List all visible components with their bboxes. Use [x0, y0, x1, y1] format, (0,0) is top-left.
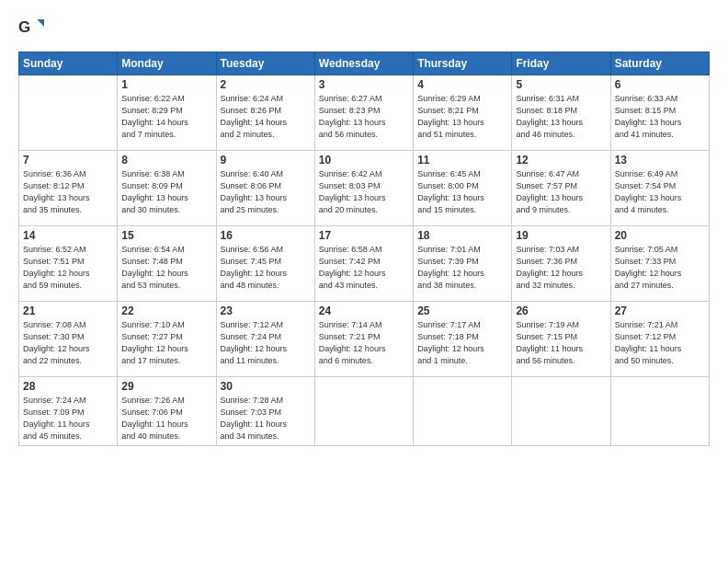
- col-header-wednesday: Wednesday: [314, 52, 413, 75]
- day-number: 2: [221, 78, 311, 91]
- calendar-cell: [414, 377, 512, 446]
- day-info: Sunrise: 7:21 AM Sunset: 7:12 PM Dayligh…: [615, 319, 705, 367]
- day-info: Sunrise: 6:58 AM Sunset: 7:42 PM Dayligh…: [319, 244, 409, 292]
- calendar-cell: [610, 377, 709, 446]
- col-header-tuesday: Tuesday: [216, 52, 314, 75]
- calendar-cell: 18Sunrise: 7:01 AM Sunset: 7:39 PM Dayli…: [414, 226, 512, 302]
- week-row-3: 14Sunrise: 6:52 AM Sunset: 7:51 PM Dayli…: [19, 226, 710, 302]
- day-info: Sunrise: 6:56 AM Sunset: 7:45 PM Dayligh…: [221, 244, 311, 292]
- day-info: Sunrise: 7:26 AM Sunset: 7:06 PM Dayligh…: [121, 395, 211, 442]
- week-row-4: 21Sunrise: 7:08 AM Sunset: 7:30 PM Dayli…: [19, 302, 710, 377]
- day-number: 26: [516, 304, 606, 317]
- day-info: Sunrise: 6:54 AM Sunset: 7:48 PM Dayligh…: [121, 244, 211, 292]
- day-info: Sunrise: 6:24 AM Sunset: 8:26 PM Dayligh…: [221, 93, 311, 141]
- day-number: 20: [615, 229, 705, 242]
- day-info: Sunrise: 6:40 AM Sunset: 8:06 PM Dayligh…: [221, 168, 311, 216]
- day-number: 14: [23, 229, 113, 242]
- calendar-cell: 16Sunrise: 6:56 AM Sunset: 7:45 PM Dayli…: [216, 226, 314, 302]
- calendar-cell: 17Sunrise: 6:58 AM Sunset: 7:42 PM Dayli…: [314, 226, 413, 302]
- day-info: Sunrise: 7:17 AM Sunset: 7:18 PM Dayligh…: [417, 319, 507, 367]
- day-info: Sunrise: 7:14 AM Sunset: 7:21 PM Dayligh…: [319, 319, 409, 367]
- day-info: Sunrise: 7:24 AM Sunset: 7:09 PM Dayligh…: [23, 395, 113, 442]
- day-number: 21: [23, 304, 113, 317]
- svg-text:G: G: [18, 18, 30, 36]
- page-header: G: [18, 17, 710, 42]
- calendar-cell: 27Sunrise: 7:21 AM Sunset: 7:12 PM Dayli…: [610, 302, 709, 377]
- col-header-friday: Friday: [512, 52, 610, 75]
- calendar-cell: 5Sunrise: 6:31 AM Sunset: 8:18 PM Daylig…: [512, 75, 610, 151]
- logo: G: [18, 17, 48, 42]
- day-info: Sunrise: 7:12 AM Sunset: 7:24 PM Dayligh…: [221, 319, 311, 367]
- calendar-cell: 14Sunrise: 6:52 AM Sunset: 7:51 PM Dayli…: [19, 226, 118, 302]
- day-info: Sunrise: 7:28 AM Sunset: 7:03 PM Dayligh…: [221, 395, 311, 442]
- day-info: Sunrise: 6:49 AM Sunset: 7:54 PM Dayligh…: [615, 168, 705, 216]
- calendar-cell: 24Sunrise: 7:14 AM Sunset: 7:21 PM Dayli…: [314, 302, 413, 377]
- calendar-header-row: SundayMondayTuesdayWednesdayThursdayFrid…: [19, 52, 710, 75]
- day-info: Sunrise: 7:08 AM Sunset: 7:30 PM Dayligh…: [23, 319, 113, 367]
- col-header-saturday: Saturday: [610, 52, 709, 75]
- calendar-cell: 19Sunrise: 7:03 AM Sunset: 7:36 PM Dayli…: [512, 226, 610, 302]
- calendar-cell: 29Sunrise: 7:26 AM Sunset: 7:06 PM Dayli…: [118, 377, 216, 446]
- calendar-cell: 21Sunrise: 7:08 AM Sunset: 7:30 PM Dayli…: [19, 302, 118, 377]
- col-header-sunday: Sunday: [19, 52, 118, 75]
- day-number: 3: [319, 78, 409, 91]
- day-number: 8: [121, 154, 211, 167]
- day-number: 29: [121, 380, 211, 393]
- week-row-2: 7Sunrise: 6:36 AM Sunset: 8:12 PM Daylig…: [19, 151, 710, 226]
- day-number: 23: [221, 304, 311, 317]
- col-header-thursday: Thursday: [414, 52, 512, 75]
- calendar-table: SundayMondayTuesdayWednesdayThursdayFrid…: [18, 52, 710, 446]
- day-number: 1: [121, 78, 211, 91]
- day-number: 11: [417, 154, 507, 167]
- day-number: 10: [319, 154, 409, 167]
- calendar-cell: [19, 75, 118, 151]
- day-info: Sunrise: 6:27 AM Sunset: 8:23 PM Dayligh…: [319, 93, 409, 141]
- day-number: 12: [516, 154, 606, 167]
- day-info: Sunrise: 6:47 AM Sunset: 7:57 PM Dayligh…: [516, 168, 606, 216]
- col-header-monday: Monday: [118, 52, 216, 75]
- calendar-cell: 1Sunrise: 6:22 AM Sunset: 8:29 PM Daylig…: [118, 75, 216, 151]
- calendar-cell: 4Sunrise: 6:29 AM Sunset: 8:21 PM Daylig…: [414, 75, 512, 151]
- day-info: Sunrise: 7:05 AM Sunset: 7:33 PM Dayligh…: [615, 244, 705, 292]
- day-number: 30: [221, 380, 311, 393]
- day-info: Sunrise: 7:19 AM Sunset: 7:15 PM Dayligh…: [516, 319, 606, 367]
- calendar-cell: 8Sunrise: 6:38 AM Sunset: 8:09 PM Daylig…: [118, 151, 216, 226]
- day-info: Sunrise: 6:42 AM Sunset: 8:03 PM Dayligh…: [319, 168, 409, 216]
- day-info: Sunrise: 6:22 AM Sunset: 8:29 PM Dayligh…: [121, 93, 211, 141]
- calendar-cell: 23Sunrise: 7:12 AM Sunset: 7:24 PM Dayli…: [216, 302, 314, 377]
- day-number: 25: [417, 304, 507, 317]
- day-number: 18: [417, 229, 507, 242]
- day-info: Sunrise: 6:29 AM Sunset: 8:21 PM Dayligh…: [417, 93, 507, 141]
- day-info: Sunrise: 7:03 AM Sunset: 7:36 PM Dayligh…: [516, 244, 606, 292]
- day-info: Sunrise: 6:31 AM Sunset: 8:18 PM Dayligh…: [516, 93, 606, 141]
- day-info: Sunrise: 6:52 AM Sunset: 7:51 PM Dayligh…: [23, 244, 113, 292]
- day-info: Sunrise: 6:36 AM Sunset: 8:12 PM Dayligh…: [23, 168, 113, 216]
- day-number: 16: [221, 229, 311, 242]
- day-number: 22: [121, 304, 211, 317]
- calendar-cell: 15Sunrise: 6:54 AM Sunset: 7:48 PM Dayli…: [118, 226, 216, 302]
- day-number: 9: [221, 154, 311, 167]
- calendar-cell: 11Sunrise: 6:45 AM Sunset: 8:00 PM Dayli…: [414, 151, 512, 226]
- calendar-cell: 7Sunrise: 6:36 AM Sunset: 8:12 PM Daylig…: [19, 151, 118, 226]
- day-number: 4: [417, 78, 507, 91]
- day-info: Sunrise: 6:33 AM Sunset: 8:15 PM Dayligh…: [615, 93, 705, 141]
- calendar-cell: 6Sunrise: 6:33 AM Sunset: 8:15 PM Daylig…: [610, 75, 709, 151]
- calendar-cell: 12Sunrise: 6:47 AM Sunset: 7:57 PM Dayli…: [512, 151, 610, 226]
- calendar-cell: 10Sunrise: 6:42 AM Sunset: 8:03 PM Dayli…: [314, 151, 413, 226]
- day-info: Sunrise: 6:38 AM Sunset: 8:09 PM Dayligh…: [121, 168, 211, 216]
- day-info: Sunrise: 7:10 AM Sunset: 7:27 PM Dayligh…: [121, 319, 211, 367]
- calendar-cell: 2Sunrise: 6:24 AM Sunset: 8:26 PM Daylig…: [216, 75, 314, 151]
- day-number: 15: [121, 229, 211, 242]
- day-info: Sunrise: 7:01 AM Sunset: 7:39 PM Dayligh…: [417, 244, 507, 292]
- day-number: 6: [615, 78, 705, 91]
- calendar-cell: 20Sunrise: 7:05 AM Sunset: 7:33 PM Dayli…: [610, 226, 709, 302]
- day-number: 28: [23, 380, 113, 393]
- calendar-cell: 9Sunrise: 6:40 AM Sunset: 8:06 PM Daylig…: [216, 151, 314, 226]
- day-number: 19: [516, 229, 606, 242]
- day-number: 24: [319, 304, 409, 317]
- day-number: 13: [615, 154, 705, 167]
- calendar-cell: 13Sunrise: 6:49 AM Sunset: 7:54 PM Dayli…: [610, 151, 709, 226]
- week-row-5: 28Sunrise: 7:24 AM Sunset: 7:09 PM Dayli…: [19, 377, 710, 446]
- calendar-cell: 22Sunrise: 7:10 AM Sunset: 7:27 PM Dayli…: [118, 302, 216, 377]
- day-number: 17: [319, 229, 409, 242]
